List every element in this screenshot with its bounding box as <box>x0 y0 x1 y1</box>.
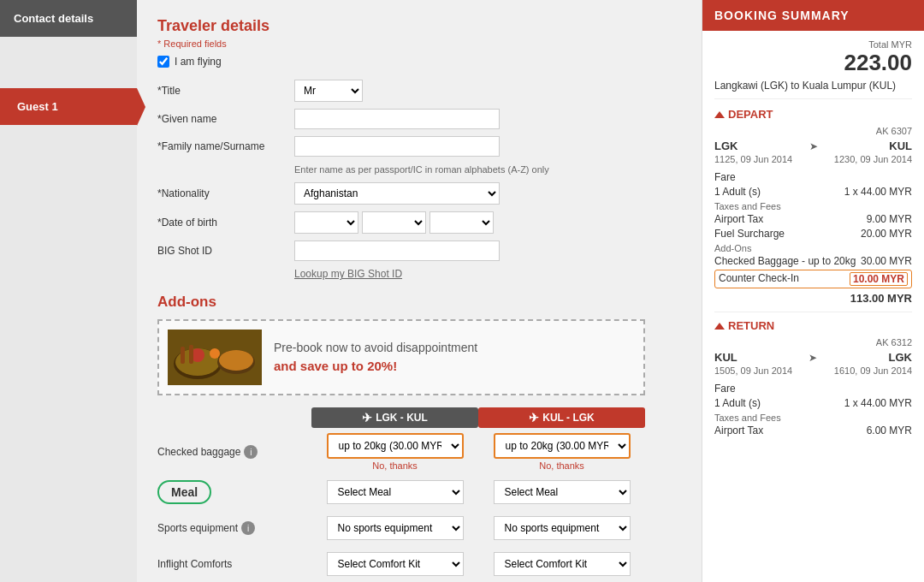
fuel-surcharge-row: Fuel Surcharge 20.00 MYR <box>714 228 912 240</box>
baggage-label-text: Checked baggage <box>157 446 240 458</box>
return-fare-value: 1 x 44.00 MYR <box>844 397 912 409</box>
traveler-title: Traveler details <box>157 17 681 35</box>
airport-tax-label: Airport Tax <box>714 213 763 225</box>
return-time-to: 1610, 09 Jun 2014 <box>834 365 912 376</box>
dob-year-select[interactable] <box>429 211 494 234</box>
depart-taxes-label: Taxes and Fees <box>714 201 912 211</box>
bigshot-input[interactable] <box>294 241 500 261</box>
baggage-lgk-cell: up to 20kg (30.00 MYR) No, thanks No, th… <box>311 433 478 471</box>
comforts-lgk-cell: Select Comfort Kit <box>311 552 478 576</box>
title-select[interactable]: Mr Mrs Ms <box>294 80 363 102</box>
meal-label-col: Meal <box>157 480 311 504</box>
return-airport-tax-value: 6.00 MYR <box>867 425 912 436</box>
family-name-input[interactable] <box>294 136 500 157</box>
bigshot-label: BIG Shot ID <box>157 245 294 257</box>
meal-kul-select[interactable]: Select Meal <box>494 480 631 504</box>
given-name-input[interactable] <box>294 109 500 129</box>
sports-info-icon[interactable]: i <box>241 521 255 535</box>
flying-checkbox-row: I am flying <box>157 56 681 68</box>
given-name-row: *Given name <box>157 109 681 129</box>
comforts-kul-select[interactable]: Select Comfort Kit <box>494 552 631 576</box>
airport-tax-value: 9.00 MYR <box>867 213 912 225</box>
sidebar-item-guest[interactable]: Guest 1 <box>0 88 137 125</box>
return-time-from: 1505, 09 Jun 2014 <box>714 365 792 376</box>
comforts-row: Inflight Comforts Select Comfort Kit Sel… <box>157 549 645 579</box>
baggage-addon-label: Checked Baggage - up to 20kg <box>714 255 856 267</box>
return-fare-label: Fare <box>714 383 736 395</box>
route-text: Langkawi (LGK) to Kuala Lumpur (KUL) <box>714 80 912 99</box>
total-amount: 223.00 <box>714 50 912 76</box>
depart-subtotal: 113.00 MYR <box>714 292 912 305</box>
baggage-lgk-select[interactable]: up to 20kg (30.00 MYR) No, thanks <box>327 433 464 459</box>
sports-label-text: Sports equipment <box>157 522 238 534</box>
nationality-select[interactable]: Afghanistan Malaysia <box>294 182 500 205</box>
depart-fare-pax-row: 1 Adult (s) 1 x 44.00 MYR <box>714 186 912 198</box>
lookup-link[interactable]: Lookup my BIG Shot ID <box>294 268 681 280</box>
depart-fare-value: 1 x 44.00 MYR <box>844 186 912 198</box>
flight2-label: KUL - LGK <box>542 412 594 424</box>
baggage-info-icon[interactable]: i <box>244 445 258 459</box>
sidebar: Contact details Guest 1 <box>0 0 137 582</box>
banner-image <box>168 330 262 385</box>
addons-title: Add-ons <box>157 294 681 311</box>
family-name-row: *Family name/Surname <box>157 136 681 157</box>
counter-checkin-label: Counter Check-In <box>719 272 799 286</box>
return-label: RETURN <box>728 319 774 332</box>
dob-label: *Date of birth <box>157 217 294 229</box>
return-flight-num: AK 6312 <box>714 337 912 347</box>
return-triangle-icon <box>714 323 725 330</box>
return-airport-tax-row: Airport Tax 6.00 MYR <box>714 425 912 436</box>
svg-point-6 <box>210 348 220 359</box>
comforts-lgk-select[interactable]: Select Comfort Kit <box>327 552 464 576</box>
sports-row: Sports equipment i No sports equipment N… <box>157 514 645 543</box>
addons-header-row: ✈ LGK - KUL ✈ KUL - LGK <box>157 407 645 428</box>
meal-lgk-select[interactable]: Select Meal <box>327 480 464 504</box>
meal-lgk-cell: Select Meal <box>311 480 478 504</box>
flying-label: I am flying <box>175 56 222 68</box>
depart-time-from: 1125, 09 Jun 2014 <box>714 154 792 164</box>
svg-rect-7 <box>181 347 185 364</box>
sports-lgk-select[interactable]: No sports equipment <box>327 516 464 540</box>
counter-checkin-value: 10.00 MYR <box>850 272 908 286</box>
contact-tab-label: Contact details <box>14 12 93 25</box>
family-name-label: *Family name/Surname <box>157 140 294 152</box>
return-fare-row: Fare <box>714 383 912 395</box>
depart-time-row: 1125, 09 Jun 2014 1230, 09 Jun 2014 <box>714 154 912 164</box>
title-label: *Title <box>157 85 294 97</box>
return-from: KUL <box>714 351 737 364</box>
summary-content: Total MYR 223.00 Langkawi (LGK) to Kuala… <box>702 31 924 448</box>
food-image-svg <box>168 330 262 385</box>
return-route-arrow: ➤ <box>808 352 817 364</box>
addons-table: ✈ LGK - KUL ✈ KUL - LGK Checked bag <box>157 407 645 579</box>
return-fare-pax-row: 1 Adult (s) 1 x 44.00 MYR <box>714 397 912 409</box>
sidebar-item-contact[interactable]: Contact details <box>0 0 137 37</box>
return-time-row: 1505, 09 Jun 2014 1610, 09 Jun 2014 <box>714 365 912 376</box>
counter-checkin-row: Counter Check-In 10.00 MYR <box>714 270 912 288</box>
addons-label-header <box>157 407 311 428</box>
banner-text: Pre-book now to avoid disappointment and… <box>274 339 477 377</box>
sports-lgk-cell: No sports equipment <box>311 516 478 540</box>
meal-label: Meal <box>157 480 211 504</box>
return-to: LGK <box>889 351 912 364</box>
fuel-surcharge-value: 20.00 MYR <box>861 228 912 240</box>
baggage-kul-select[interactable]: up to 20kg (30.00 MYR) No, thanks <box>494 433 631 459</box>
dob-month-select[interactable] <box>362 211 426 234</box>
booking-summary-header: BOOKING SUMMARY <box>702 0 924 31</box>
depart-to: KUL <box>889 140 912 152</box>
return-airport-tax-label: Airport Tax <box>714 425 763 436</box>
nationality-row: *Nationality Afghanistan Malaysia <box>157 182 681 205</box>
return-fare-pax: 1 Adult (s) <box>714 397 761 409</box>
baggage-kul-no: No, thanks <box>539 460 584 471</box>
flying-checkbox[interactable] <box>157 56 169 68</box>
dob-row: *Date of birth <box>157 211 681 234</box>
addons-section-label: Add-Ons <box>714 243 912 253</box>
sports-kul-select[interactable]: No sports equipment <box>494 516 631 540</box>
comforts-label-text: Inflight Comforts <box>157 558 232 570</box>
depart-time-to: 1230, 09 Jun 2014 <box>834 154 912 164</box>
main-content: Traveler details * Required fields I am … <box>137 0 702 582</box>
depart-route-arrow: ➤ <box>809 140 818 152</box>
dob-day-select[interactable] <box>294 211 358 234</box>
total-label: Total MYR <box>714 39 912 50</box>
depart-flight-num: AK 6307 <box>714 126 912 136</box>
flight1-header: ✈ LGK - KUL <box>311 407 478 428</box>
